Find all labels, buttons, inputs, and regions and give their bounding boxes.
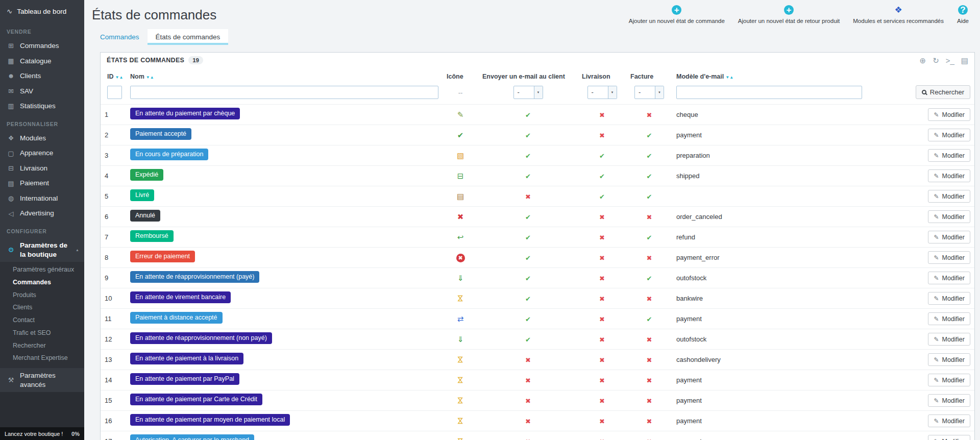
cell-template [672, 186, 866, 207]
sort-desc-icon[interactable]: ▼ [146, 76, 150, 80]
sort-desc-icon[interactable]: ▼ [725, 76, 729, 80]
shop-parameters-icon: ⚙ [7, 247, 15, 253]
sidebar-item-label: Advertising [20, 209, 54, 218]
cell-actions: ✎Modifier [866, 248, 974, 268]
edit-button[interactable]: ✎Modifier [928, 272, 970, 284]
edit-button[interactable]: ✎Modifier [928, 129, 970, 141]
sidebar-item-parametres-avances[interactable]: ⚒Paramètres avancés [0, 368, 84, 392]
tab-etats-de-commandes[interactable]: États de commandes [148, 29, 229, 45]
edit-button[interactable]: ✎Modifier [928, 333, 970, 346]
icon-filter-placeholder: -- [458, 89, 463, 96]
edit-button[interactable]: ✎Modifier [928, 210, 970, 223]
edit-button[interactable]: ✎Modifier [928, 394, 970, 407]
export-icon[interactable]: ▤ [961, 57, 968, 64]
sidebar-item-paiement[interactable]: ▤Paiement [0, 176, 84, 191]
header-action-ajouter-un-nouvel-etat-de-commande[interactable]: +Ajouter un nouvel état de commande [629, 5, 725, 24]
cell-actions: ✎Modifier [866, 166, 974, 186]
pencil-icon: ✎ [934, 377, 939, 383]
col-header-template[interactable]: Modèle d'e-mail▼▲ [672, 68, 866, 84]
sidebar-item-statistiques[interactable]: ▥Statistiques [0, 99, 84, 114]
sidebar-item-commandes[interactable]: ⊞Commandes [0, 38, 84, 54]
edit-button[interactable]: ✎Modifier [928, 149, 970, 162]
sidebar-item-catalogue[interactable]: ▦Catalogue [0, 54, 84, 69]
filter-input-id[interactable] [107, 86, 122, 99]
cell-invoice: ✔ [626, 166, 672, 186]
refresh-icon[interactable]: ↻ [933, 57, 939, 64]
tab-commandes[interactable]: Commandes [92, 29, 148, 45]
appearance-icon: ▢ [7, 150, 15, 157]
sidebar-item-apparence[interactable]: ▢Apparence [0, 145, 84, 161]
sidebar-item-sav[interactable]: ✉SAV [0, 84, 84, 99]
filter-select-email[interactable]: -▼ [513, 86, 543, 99]
cell-template: payment [672, 431, 866, 440]
sidebar-item-international[interactable]: ◍International [0, 191, 84, 206]
sort-asc-icon[interactable]: ▲ [150, 76, 154, 80]
count-badge: 19 [188, 56, 203, 64]
cell-invoice: ✖ [626, 411, 672, 431]
cell-email: ✖ [478, 186, 578, 207]
chevron-down-icon: ▼ [534, 86, 543, 99]
edit-button[interactable]: ✎Modifier [928, 414, 970, 427]
header-action-modules-et-services-recommandes[interactable]: ❖Modules et services recommandés [853, 5, 944, 24]
status-badge: En attente de paiement à la livraison [130, 353, 243, 364]
cell-id: 6 [101, 207, 126, 227]
sidebar-subitem-commandes[interactable]: Commandes [0, 276, 84, 289]
col-header-id[interactable]: ID▼▲ [101, 68, 126, 84]
sidebar-subitem-parametres-generaux[interactable]: Paramètres généraux [0, 263, 84, 276]
pencil-icon: ✎ [934, 112, 939, 118]
no-icon: ✖ [599, 398, 605, 404]
edit-button[interactable]: ✎Modifier [928, 190, 970, 203]
sidebar-item-tableau-de-bord[interactable]: ∿ Tableau de bord [0, 0, 84, 21]
col-header-label: Livraison [582, 73, 610, 80]
edit-button[interactable]: ✎Modifier [928, 169, 970, 182]
cell-name: En attente de réapprovisionnement (payé) [126, 268, 443, 288]
sidebar-subitem-trafic-et-seo[interactable]: Trafic et SEO [0, 327, 84, 339]
cell-template: bankwire [672, 288, 866, 309]
yes-icon: ✔ [647, 234, 652, 241]
status-badge: Annulé [130, 210, 160, 222]
sidebar-subitem-clients[interactable]: Clients [0, 301, 84, 314]
edit-button[interactable]: ✎Modifier [928, 108, 970, 121]
edit-button[interactable]: ✎Modifier [928, 353, 970, 366]
edit-button[interactable]: ✎Modifier [928, 312, 970, 325]
col-header-name[interactable]: Nom▼▲ [126, 68, 443, 84]
stats-icon: ▥ [7, 103, 15, 109]
filter-input-template[interactable] [676, 86, 862, 99]
customer-service-icon: ✉ [7, 88, 15, 94]
edit-button[interactable]: ✎Modifier [928, 251, 970, 264]
filter-select-invoice[interactable]: -▼ [634, 86, 664, 99]
edit-button[interactable]: ✎Modifier [928, 231, 970, 243]
sidebar-item-parametres-de-la-boutique[interactable]: ⚙Paramètres de la boutique▲ [0, 238, 84, 262]
onboarding-bar[interactable]: Lancez votre boutique ! 0% [0, 427, 84, 440]
order-state-row: 14En attente de paiement par PayPal⋈✖✖✖p… [101, 370, 974, 390]
app: ∿ Tableau de bord VENDRE⊞Commandes▦Catal… [0, 0, 980, 440]
status-badge: Erreur de paiement [130, 251, 195, 262]
sidebar-item-clients[interactable]: ☻Clients [0, 68, 84, 84]
sidebar-item-modules[interactable]: ❖Modules [0, 131, 84, 146]
yes-icon: ✔ [647, 275, 652, 282]
sort-desc-icon[interactable]: ▼ [115, 76, 119, 80]
sort-asc-icon[interactable]: ▲ [729, 76, 733, 80]
edit-button[interactable]: ✎Modifier [928, 435, 970, 440]
sidebar-item-advertising[interactable]: ◁Advertising [0, 206, 84, 221]
console-icon[interactable]: >_ [946, 57, 954, 64]
no-icon: ✖ [525, 377, 531, 384]
filter-input-name[interactable] [130, 86, 438, 99]
header-action-aide[interactable]: ?Aide [957, 5, 969, 24]
sidebar-subitem-rechercher[interactable]: Rechercher [0, 339, 84, 352]
sort-asc-icon[interactable]: ▲ [119, 76, 123, 80]
sidebar-item-livraison[interactable]: ⊟Livraison [0, 161, 84, 176]
cell-id: 2 [101, 125, 126, 145]
search-button[interactable]: Rechercher [916, 85, 970, 99]
filter-select-delivery[interactable]: -▼ [587, 86, 617, 99]
sidebar-subitem-contact[interactable]: Contact [0, 314, 84, 327]
add-icon[interactable]: ⊕ [920, 57, 926, 64]
header-action-ajouter-un-nouvel-etat-de-retour-produit[interactable]: +Ajouter un nouvel état de retour produi… [738, 5, 840, 24]
header-actions: +Ajouter un nouvel état de commande+Ajou… [629, 4, 969, 24]
cell-delivery: ✖ [578, 411, 626, 431]
edit-button[interactable]: ✎Modifier [928, 374, 970, 386]
sidebar-subitem-merchant-expertise[interactable]: Merchant Expertise [0, 352, 84, 364]
edit-button[interactable]: ✎Modifier [928, 292, 970, 305]
no-icon: ✖ [599, 214, 605, 221]
sidebar-subitem-produits[interactable]: Produits [0, 289, 84, 302]
